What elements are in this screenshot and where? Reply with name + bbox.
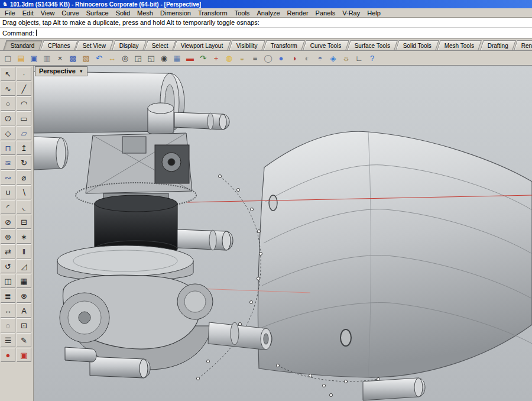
move-button[interactable]: ⇄: [1, 244, 15, 258]
trim-button[interactable]: ⊘: [1, 215, 15, 229]
undo-button[interactable]: ↶: [93, 52, 105, 64]
xray-display-button[interactable]: ◓: [314, 52, 326, 64]
curve-button[interactable]: ∿: [1, 82, 15, 96]
zoom-selected-button[interactable]: ◉: [158, 52, 170, 64]
menu-vray[interactable]: V-Ray: [339, 9, 364, 17]
layers-button[interactable]: ≡: [249, 52, 261, 64]
layer-button[interactable]: ☰: [1, 333, 15, 347]
orient-curve-button[interactable]: ↷: [197, 52, 209, 64]
fillet-button[interactable]: ◜: [1, 200, 15, 214]
hide-button[interactable]: ◌: [1, 318, 15, 332]
lock-button[interactable]: ⊡: [17, 318, 31, 332]
tab-solid-tools[interactable]: Solid Tools: [395, 40, 439, 50]
copy-button[interactable]: ▩: [67, 52, 79, 64]
boolean-difference-button[interactable]: ∖: [17, 185, 31, 199]
offset-button[interactable]: ≣: [1, 289, 15, 303]
wireframe-display-button[interactable]: ◯: [262, 52, 274, 64]
scale-button[interactable]: ◿: [17, 259, 31, 273]
viewport-title-tab[interactable]: Perspective ▼: [35, 66, 87, 76]
pan-view-button[interactable]: ↔: [106, 52, 118, 64]
rendered-display-button[interactable]: ◑: [288, 52, 300, 64]
menu-transform[interactable]: Transform: [194, 9, 231, 17]
titlebar[interactable]: ♞ 101.3dm (S14345 KB) - Rhinoceros Corpo…: [0, 0, 532, 8]
tab-cplanes[interactable]: CPlanes: [40, 40, 77, 50]
split-button[interactable]: ⊟: [17, 215, 31, 229]
tab-set-view[interactable]: Set View: [76, 40, 114, 50]
rotate-button[interactable]: ↺: [1, 259, 15, 273]
tab-curve-tools[interactable]: Curve Tools: [303, 40, 349, 50]
menu-edit[interactable]: Edit: [19, 9, 37, 17]
new-file-button[interactable]: ▢: [2, 52, 14, 64]
tab-standard[interactable]: Standard: [3, 40, 42, 50]
lock-objects-button[interactable]: ◒: [236, 52, 248, 64]
menu-mesh[interactable]: Mesh: [134, 9, 157, 17]
model-curved-surface[interactable]: [258, 131, 532, 377]
menu-help[interactable]: Help: [364, 9, 384, 17]
tab-mesh-tools[interactable]: Mesh Tools: [437, 40, 482, 50]
zoom-dynamic-button[interactable]: ◎: [119, 52, 131, 64]
tab-visibility[interactable]: Visibility: [229, 40, 265, 50]
zoom-window-button[interactable]: ◲: [132, 52, 144, 64]
dimension-button[interactable]: ↔: [1, 303, 15, 318]
sweep-button[interactable]: ∾: [1, 170, 15, 185]
menu-dimension[interactable]: Dimension: [157, 9, 194, 17]
gumball-button[interactable]: +: [210, 52, 222, 64]
select-button[interactable]: ↖: [1, 67, 15, 81]
join-button[interactable]: ⊕: [1, 229, 15, 244]
save-button[interactable]: ▣: [28, 52, 40, 64]
ellipse-button[interactable]: ∅: [1, 111, 15, 125]
distance-button[interactable]: ▬: [184, 52, 196, 64]
tab-viewport-layout[interactable]: Viewport Layout: [174, 40, 231, 50]
menu-analyze[interactable]: Analyze: [253, 9, 283, 17]
record-history-button[interactable]: ●: [1, 348, 15, 362]
shaded-display-button[interactable]: ●: [275, 52, 287, 64]
array-button[interactable]: ▦: [17, 274, 31, 288]
tab-display[interactable]: Display: [112, 40, 146, 50]
help-button[interactable]: ?: [366, 52, 378, 64]
explode-button[interactable]: ∗: [17, 229, 31, 244]
menu-panels[interactable]: Panels: [312, 9, 339, 17]
boolean-union-button[interactable]: ∪: [1, 185, 15, 199]
arc-button[interactable]: ◠: [17, 96, 31, 111]
options-button[interactable]: ☼: [340, 52, 352, 64]
surface-button[interactable]: ⊓: [1, 141, 15, 155]
menu-tools[interactable]: Tools: [231, 9, 254, 17]
menu-curve[interactable]: Curve: [58, 9, 82, 17]
osnap-filter-button[interactable]: ▣: [17, 348, 31, 362]
viewport-canvas[interactable]: [34, 66, 532, 401]
paste-button[interactable]: ▧: [80, 52, 92, 64]
surface-hole[interactable]: [340, 329, 351, 346]
hide-objects-button[interactable]: ◍: [223, 52, 235, 64]
menu-render[interactable]: Render: [284, 9, 312, 17]
rectangle-button[interactable]: ▭: [17, 111, 31, 125]
cut-button[interactable]: ×: [54, 52, 66, 64]
material-button[interactable]: ◈: [327, 52, 339, 64]
ghosted-display-button[interactable]: ◐: [301, 52, 313, 64]
mirror-button[interactable]: ◫: [1, 274, 15, 288]
copy-object-button[interactable]: ‖: [17, 244, 31, 258]
viewport-layout-button[interactable]: ▦: [171, 52, 183, 64]
plane-button[interactable]: ▱: [17, 126, 31, 140]
line-button[interactable]: ╱: [17, 82, 31, 96]
loft-button[interactable]: ≋: [1, 156, 15, 170]
tab-render-tools[interactable]: Render Tools: [514, 40, 532, 50]
tab-transform[interactable]: Transform: [263, 40, 305, 50]
text-button[interactable]: A: [17, 303, 31, 318]
menu-view[interactable]: View: [37, 9, 59, 17]
surface-hole[interactable]: [269, 195, 277, 211]
cplane-button[interactable]: ∟: [353, 52, 365, 64]
menu-solid[interactable]: Solid: [112, 9, 134, 17]
circle-button[interactable]: ○: [1, 96, 15, 111]
command-input-row[interactable]: Command:: [0, 28, 532, 38]
tab-surface-tools[interactable]: Surface Tools: [347, 40, 398, 50]
zoom-extents-button[interactable]: ◱: [145, 52, 157, 64]
chamfer-button[interactable]: ◟: [17, 200, 31, 214]
curve-boolean-button[interactable]: ⊗: [17, 289, 31, 303]
extrude-button[interactable]: ↥: [17, 141, 31, 155]
point-button[interactable]: ∙: [17, 67, 31, 81]
viewport-perspective[interactable]: Perspective ▼: [34, 66, 532, 401]
open-file-button[interactable]: ▤: [15, 52, 27, 64]
print-button[interactable]: ▥: [41, 52, 53, 64]
menu-surface[interactable]: Surface: [83, 9, 112, 17]
polygon-button[interactable]: ◇: [1, 126, 15, 140]
